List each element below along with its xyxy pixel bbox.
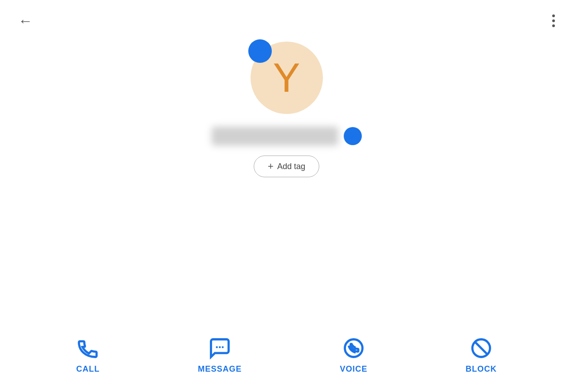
- name-row: [212, 127, 362, 146]
- call-icon: [76, 336, 99, 360]
- back-button[interactable]: ←: [18, 14, 33, 28]
- profile-section: Y + Add tag: [0, 42, 573, 177]
- voice-icon: [342, 336, 365, 360]
- svg-point-1: [216, 346, 218, 348]
- message-label: MESSAGE: [198, 364, 242, 374]
- voice-label: VOICE: [340, 364, 367, 374]
- block-icon: [469, 336, 493, 360]
- more-button[interactable]: [552, 14, 555, 27]
- verified-badge: [344, 127, 362, 145]
- contact-name-blurred: [212, 127, 338, 146]
- more-dot-3: [552, 24, 555, 27]
- actions-row: CALL MESSAGE VOICE: [0, 336, 573, 374]
- add-tag-label: Add tag: [277, 162, 305, 171]
- block-label: BLOCK: [465, 364, 497, 374]
- add-tag-plus-icon: +: [268, 161, 274, 171]
- message-button[interactable]: MESSAGE: [198, 336, 242, 374]
- svg-point-2: [219, 346, 221, 348]
- call-label: CALL: [76, 364, 99, 374]
- add-tag-button[interactable]: + Add tag: [254, 156, 319, 177]
- more-dot-2: [552, 19, 555, 22]
- svg-point-3: [222, 346, 223, 348]
- more-dot-1: [552, 14, 555, 17]
- block-button[interactable]: BLOCK: [465, 336, 497, 374]
- avatar-container: Y: [251, 42, 323, 114]
- call-button[interactable]: CALL: [76, 336, 99, 374]
- svg-line-6: [475, 342, 488, 354]
- checkmark-icon: [348, 131, 358, 141]
- message-icon: [208, 336, 232, 360]
- header: ←: [0, 0, 573, 28]
- svg-point-0: [258, 47, 262, 51]
- voice-button[interactable]: VOICE: [340, 336, 367, 374]
- contact-type-badge: [248, 39, 272, 63]
- avatar-letter: Y: [273, 57, 300, 98]
- person-icon: [254, 45, 266, 57]
